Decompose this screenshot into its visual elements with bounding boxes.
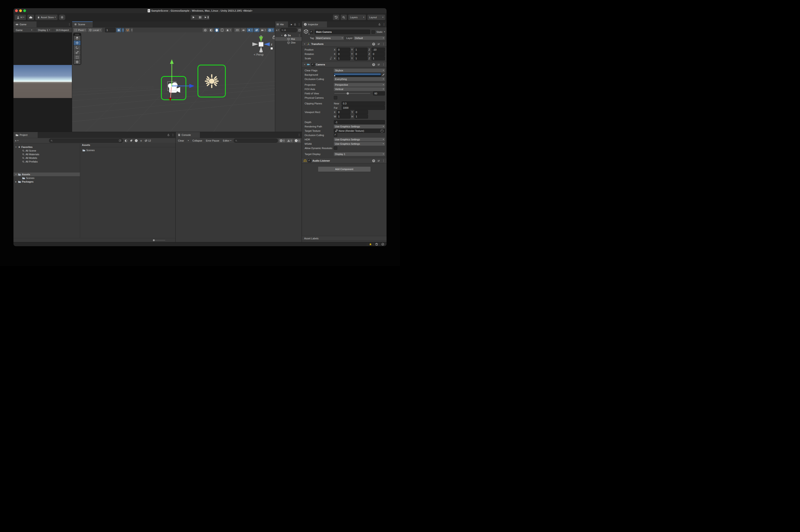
gizmos-button[interactable]: ▾: [268, 28, 274, 32]
debug-draw-button[interactable]: ▾: [225, 28, 232, 32]
search-importlog-button[interactable]: !: [134, 138, 138, 143]
position-y-field[interactable]: 1: [354, 48, 368, 52]
fov-axis-dropdown[interactable]: Vertical▾: [334, 87, 385, 91]
favorite-all-models[interactable]: All Models: [14, 156, 80, 160]
rendering-path-dropdown[interactable]: Use Graphics Settings▾: [334, 125, 385, 128]
assets-scenes-item[interactable]: Scenes: [80, 148, 176, 152]
scale-x-field[interactable]: 1: [337, 56, 350, 60]
layer-dropdown[interactable]: Default▾: [354, 36, 385, 40]
fov-value-field[interactable]: 60: [373, 91, 385, 95]
audio-listener-component-header[interactable]: Audio Listener ? ⋮: [302, 158, 386, 164]
hidden-packages-button[interactable]: 12: [144, 138, 151, 143]
rotation-y-field[interactable]: 0: [354, 52, 368, 56]
fov-slider[interactable]: [334, 93, 370, 94]
handle-rotation-dropdown[interactable]: Local▾: [88, 28, 102, 32]
hierarchy-search-input[interactable]: A: [280, 28, 297, 32]
asset-store-dropdown[interactable]: Asset Store▾: [35, 15, 57, 20]
rotation-x-field[interactable]: 0: [337, 52, 350, 56]
game-menu-icon[interactable]: ⋮: [68, 23, 71, 26]
depth-field[interactable]: -1: [334, 120, 385, 124]
chevron-down-icon[interactable]: ▾: [18, 140, 18, 141]
presets-icon[interactable]: [377, 63, 380, 66]
thumbnail-zoom-slider[interactable]: [153, 240, 165, 241]
help-icon[interactable]: ?: [372, 43, 375, 45]
hierarchy-item-main-camera[interactable]: Mai: [275, 37, 302, 41]
shading-unlit-button[interactable]: [220, 28, 224, 32]
warning-count-toggle[interactable]: 0: [286, 138, 293, 143]
tab-scene[interactable]: Scene: [72, 21, 93, 27]
console-log-area[interactable]: [176, 143, 302, 242]
hidden-objects-button[interactable]: [254, 28, 259, 32]
global-search-button[interactable]: [341, 15, 347, 20]
directional-light-gizmo[interactable]: [198, 65, 226, 97]
chevron-down-icon[interactable]: ▾: [278, 29, 279, 31]
fov-slider-knob[interactable]: [347, 92, 349, 95]
scenes-folder-row[interactable]: Scenes: [14, 176, 80, 180]
lock-open-icon[interactable]: [378, 23, 381, 26]
pivot-dropdown[interactable]: Pivot▾: [73, 28, 87, 32]
eyedropper-icon[interactable]: [382, 73, 385, 76]
persp-label[interactable]: <Persp: [254, 53, 263, 56]
help-icon[interactable]: ?: [372, 159, 375, 162]
transform-tool-button[interactable]: [74, 60, 80, 64]
hierarchy-menu-icon[interactable]: ⋮: [298, 23, 301, 26]
cache-server-status-button[interactable]: [373, 242, 380, 246]
foldout-open-icon[interactable]: ▼: [15, 173, 17, 175]
add-component-button[interactable]: Add Component: [318, 166, 371, 172]
snap-button[interactable]: [125, 28, 130, 32]
tab-game[interactable]: Game: [14, 21, 37, 27]
shading-wireframe-button[interactable]: [203, 28, 208, 32]
foldout-open-icon[interactable]: ▼: [304, 63, 306, 65]
error-count-toggle[interactable]: !0: [294, 138, 301, 143]
hierarchy-scene-row[interactable]: ▼ Sa ⋮: [275, 34, 302, 37]
occlusion-culling-checkbox[interactable]: [334, 133, 337, 137]
scale-y-field[interactable]: 1: [354, 56, 368, 60]
viewport-h-field[interactable]: 1: [354, 114, 368, 118]
favorite-all-prefabs[interactable]: All Prefabs: [14, 160, 80, 164]
sh ading-shaded-wire-button[interactable]: [208, 28, 214, 32]
tab-scroll-icon[interactable]: ▶: [291, 23, 292, 25]
object-picker-icon[interactable]: [380, 129, 384, 132]
error-pause-button[interactable]: Error Pause: [204, 138, 221, 143]
component-menu-icon[interactable]: ⋮: [382, 159, 385, 162]
allow-dynamic-resolution-checkbox[interactable]: [334, 146, 337, 150]
main-camera-gizmo[interactable]: [161, 76, 186, 100]
step-button[interactable]: [203, 15, 210, 20]
asset-labels-section[interactable]: Asset Labels: [302, 236, 386, 241]
search-by-type-button[interactable]: [124, 138, 128, 143]
target-display-dropdown[interactable]: Display 1▾: [334, 152, 385, 156]
scene-camera-settings-button[interactable]: ▾: [260, 28, 267, 32]
tab-inspector[interactable]: i Inspector: [302, 21, 327, 27]
snap-dropdown[interactable]: ▾: [131, 28, 133, 32]
console-search-input[interactable]: [234, 138, 278, 143]
move-tool-button[interactable]: [74, 41, 80, 45]
viewport-y-field[interactable]: 0: [354, 110, 368, 114]
pause-button[interactable]: [197, 15, 203, 20]
lock-open-icon[interactable]: [167, 134, 170, 136]
target-texture-object-field[interactable]: None (Render Texture): [334, 129, 385, 133]
favorites-row[interactable]: ▼ ★ Favorites: [14, 145, 80, 149]
inspector-menu-icon[interactable]: ⋮: [383, 23, 385, 26]
progress-status-button[interactable]: [380, 242, 386, 246]
editor-dropdown[interactable]: Editor▾: [222, 138, 233, 143]
undo-history-button[interactable]: [333, 15, 339, 20]
search-by-label-button[interactable]: [129, 138, 133, 143]
rotate-tool-button[interactable]: [74, 45, 80, 50]
presets-icon[interactable]: [377, 43, 380, 45]
create-asset-button[interactable]: +: [15, 139, 17, 142]
project-search-input[interactable]: [49, 138, 123, 143]
hdr-dropdown[interactable]: Use Graphics Settings▾: [334, 138, 385, 141]
toggle-2d-button[interactable]: 2D: [234, 28, 240, 32]
foldout-open-icon[interactable]: ▼: [304, 43, 306, 45]
rect-tool-button[interactable]: [74, 55, 80, 59]
viewport-w-field[interactable]: 1: [337, 114, 350, 118]
background-color-field[interactable]: [334, 73, 381, 76]
static-dropdown-icon[interactable]: ▾: [384, 31, 385, 33]
game-aspect-dropdown[interactable]: 16:9 Aspect: [54, 28, 70, 32]
clear-button[interactable]: Clear▾: [177, 138, 190, 143]
settings-button[interactable]: [59, 15, 65, 20]
msaa-dropdown[interactable]: Use Graphics Settings▾: [334, 142, 385, 146]
projection-dropdown[interactable]: Perspective▾: [334, 83, 385, 87]
effects-button[interactable]: ▾: [247, 28, 253, 32]
game-display-dropdown[interactable]: Display 1▾: [37, 28, 51, 32]
